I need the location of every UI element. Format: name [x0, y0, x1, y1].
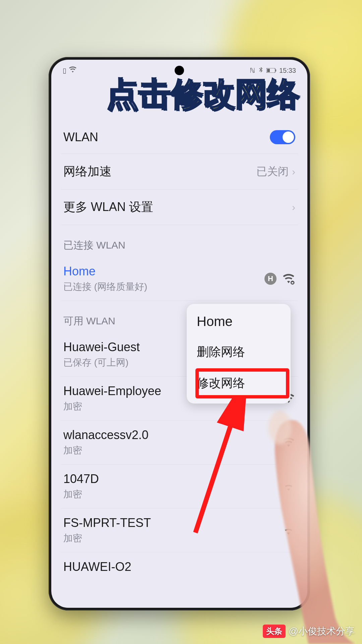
more-wlan-row[interactable]: 更多 WLAN 设置 › — [61, 190, 298, 225]
network-name: Huawei-Guest — [63, 340, 140, 354]
wifi-status-icon — [69, 66, 76, 75]
network-name: 1047D — [63, 472, 99, 486]
connected-section-header: 已连接 WLAN — [61, 225, 298, 257]
sim-icon: ▯ — [63, 66, 66, 74]
chevron-right-icon: › — [292, 166, 295, 177]
wlan-label: WLAN — [63, 130, 98, 144]
network-sub: 已保存 (可上网) — [63, 356, 140, 369]
chevron-right-icon: › — [292, 202, 295, 213]
network-sub: 加密 — [63, 488, 99, 501]
nfc-icon: ℕ — [250, 66, 255, 74]
wifi-signal-lock-icon — [282, 480, 295, 493]
hilink-badge-icon: H — [264, 273, 277, 285]
bluetooth-icon — [258, 67, 264, 74]
network-sub: 加密 — [63, 400, 161, 413]
network-name: wlanaccessv2.0 — [63, 428, 148, 442]
popup-modify-network[interactable]: 修改网络 — [187, 368, 291, 399]
network-accel-row[interactable]: 网络加速 已关闭 › — [61, 154, 298, 190]
watermark: 头条 @小俊技术分享 — [263, 625, 355, 638]
connected-network-row[interactable]: Home 已连接 (网络质量好) H — [61, 257, 298, 301]
network-row[interactable]: 1047D 加密 — [61, 465, 298, 508]
popup-network-name: Home — [187, 309, 291, 336]
camera-hole — [175, 66, 184, 75]
phone-frame: ▯ ℕ 15:33 WLAN — [49, 57, 310, 610]
popup-delete-network[interactable]: 删除网络 — [187, 336, 291, 368]
more-label: 更多 WLAN 设置 — [63, 199, 153, 215]
context-menu-popup: Home 删除网络 修改网络 — [187, 304, 291, 404]
wifi-signal-lock-icon — [282, 524, 295, 537]
svg-rect-1 — [267, 69, 270, 72]
wifi-signal-lock-icon — [282, 436, 295, 449]
accel-value: 已关闭 — [256, 164, 289, 179]
connected-network-status: 已连接 (网络质量好) — [63, 280, 147, 293]
watermark-badge: 头条 — [263, 625, 286, 638]
phone-screen: ▯ ℕ 15:33 WLAN — [51, 60, 307, 608]
network-name: Huawei-Employee — [63, 384, 161, 398]
network-row[interactable]: FS-MPRT-TEST 加密 — [61, 508, 298, 552]
network-sub: 加密 — [63, 532, 151, 545]
status-time: 15:33 — [279, 67, 296, 74]
watermark-author: @小俊技术分享 — [289, 625, 355, 638]
battery-icon — [266, 67, 277, 74]
connected-network-name: Home — [63, 264, 147, 278]
network-name: HUAWEI-O2 — [63, 560, 131, 574]
network-row[interactable]: wlanaccessv2.0 加密 — [61, 421, 298, 465]
accel-label: 网络加速 — [63, 163, 112, 180]
svg-rect-4 — [292, 282, 293, 283]
network-row[interactable]: HUAWEI-O2 — [61, 552, 298, 581]
network-name: FS-MPRT-TEST — [63, 516, 151, 530]
wlan-toggle-row[interactable]: WLAN — [61, 121, 298, 154]
network-sub: 加密 — [63, 444, 148, 457]
svg-rect-2 — [276, 69, 276, 71]
wifi-signal-lock-icon — [282, 272, 295, 285]
wlan-toggle[interactable] — [270, 130, 295, 144]
